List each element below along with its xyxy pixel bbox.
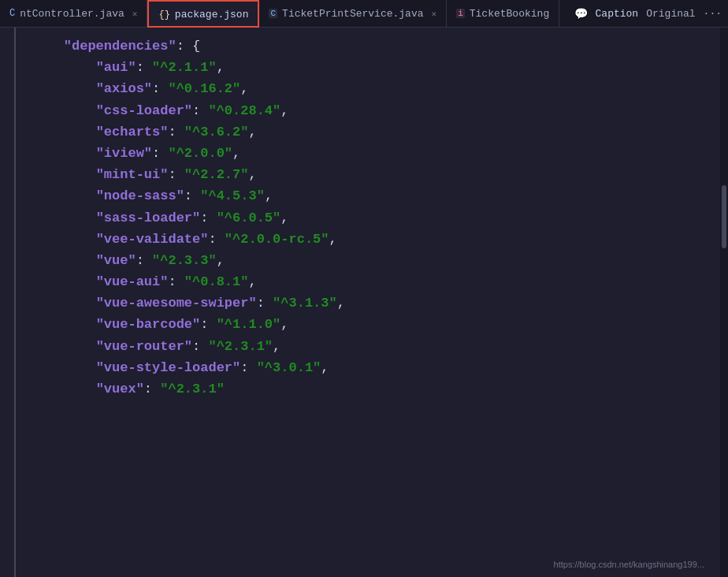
indent-11 <box>32 250 96 271</box>
indent-12 <box>32 271 96 292</box>
indent-1 <box>32 35 64 57</box>
colon-14: : <box>200 314 216 335</box>
indent-5 <box>32 121 96 143</box>
original-label[interactable]: Original <box>646 8 695 20</box>
indent-13 <box>32 292 96 314</box>
code-line-8: "node-sass" : "^4.5.3" , <box>32 185 720 207</box>
indent-15 <box>32 336 96 357</box>
java-icon-1: C <box>9 8 15 19</box>
tab-label-3: TicketPrintService.java <box>282 8 423 20</box>
value-vee-validate: "^2.0.0-rc.5" <box>225 229 329 250</box>
indent-17 <box>32 378 96 400</box>
indent-16 <box>32 357 96 378</box>
comma-13: , <box>337 292 345 314</box>
indent-6 <box>32 143 96 164</box>
chat-icon[interactable]: 💬 <box>574 7 588 20</box>
key-iview: "iview" <box>96 143 152 164</box>
key-vue-style-loader: "vue-style-loader" <box>96 357 241 378</box>
close-icon-3[interactable]: ✕ <box>432 9 437 19</box>
code-line-13: "vue-awesome-swiper" : "^3.1.3" , <box>32 292 720 314</box>
colon-17: : <box>144 378 160 400</box>
code-line-2: "aui" : "^2.1.1" , <box>32 57 720 78</box>
comma-14: , <box>280 314 288 335</box>
comma-12: , <box>248 271 256 292</box>
brace-open: { <box>192 35 200 57</box>
value-vue-router: "^2.3.1" <box>208 336 273 357</box>
code-line-16: "vue-style-loader" : "^3.0.1" , <box>32 357 720 378</box>
key-mint-ui: "mint-ui" <box>96 164 169 185</box>
indent-7 <box>32 164 96 185</box>
comma-16: , <box>321 357 329 378</box>
key-vue-awesome-swiper: "vue-awesome-swiper" <box>96 292 257 314</box>
scrollbar[interactable] <box>720 28 728 577</box>
key-css-loader: "css-loader" <box>96 100 192 121</box>
editor-gutter <box>0 28 16 577</box>
comma-9: , <box>280 207 288 229</box>
key-echarts: "echarts" <box>96 121 169 143</box>
colon-6: : <box>152 143 168 164</box>
key-node-sass: "node-sass" <box>96 185 184 207</box>
key-sass-loader: "sass-loader" <box>96 207 201 229</box>
tab-label-1: ntController.java <box>20 8 124 20</box>
code-line-3: "axios" : "^0.16.2" , <box>32 78 720 99</box>
comma-10: , <box>329 229 336 250</box>
caption-label[interactable]: Caption <box>596 8 639 20</box>
indent-14 <box>32 314 96 335</box>
key-aui: "aui" <box>96 57 136 78</box>
colon-12: : <box>168 271 184 292</box>
scrollbar-thumb[interactable] <box>722 185 726 248</box>
colon-9: : <box>200 207 216 229</box>
value-iview: "^2.0.0" <box>168 143 232 164</box>
code-line-7: "mint-ui" : "^2.2.7" , <box>32 164 720 185</box>
java-icon-4: i <box>456 9 465 18</box>
colon-2: : <box>136 57 152 78</box>
editor-area: "dependencies" : { "aui" : "^2.1.1" , "a… <box>0 28 728 577</box>
value-echarts: "^3.6.2" <box>184 121 249 143</box>
code-line-5: "echarts" : "^3.6.2" , <box>32 121 720 143</box>
key-dependencies: "dependencies" <box>64 35 176 57</box>
code-line-15: "vue-router" : "^2.3.1" , <box>32 336 720 357</box>
colon-16: : <box>240 357 256 378</box>
code-line-14: "vue-barcode" : "^1.1.0" , <box>32 314 720 335</box>
indent-8 <box>32 185 96 207</box>
indent-4 <box>32 100 96 121</box>
code-line-12: "vue-aui" : "^0.8.1" , <box>32 271 720 292</box>
value-vue-awesome-swiper: "^3.1.3" <box>273 292 337 314</box>
comma-7: , <box>248 164 256 185</box>
key-vue-router: "vue-router" <box>96 336 192 357</box>
tab-ticketprintservice[interactable]: C TicketPrintService.java ✕ <box>259 0 447 28</box>
tab-label-2: package.json <box>175 9 249 20</box>
value-css-loader: "^0.28.4" <box>208 100 280 121</box>
comma-2: , <box>217 57 225 78</box>
more-icon[interactable]: ··· <box>704 8 722 20</box>
code-line-17: "vuex" : "^2.3.1" <box>32 378 720 400</box>
value-axios: "^0.16.2" <box>168 78 240 99</box>
key-axios: "axios" <box>96 78 152 99</box>
indent-3 <box>32 78 96 99</box>
close-icon-1[interactable]: ✕ <box>132 9 138 19</box>
value-vue-aui: "^0.8.1" <box>184 271 249 292</box>
code-line-11: "vue" : "^2.3.3" , <box>32 250 720 271</box>
tab-actions: 💬 Caption Original ··· <box>574 7 728 20</box>
comma-8: , <box>265 185 273 207</box>
colon-7: : <box>168 164 184 185</box>
value-vuex: "^2.3.1" <box>160 378 225 400</box>
comma-4: , <box>280 100 288 121</box>
tab-ticketbooking[interactable]: i TicketBooking <box>447 0 559 28</box>
java-icon-3: C <box>269 9 277 18</box>
tab-label-4: TicketBooking <box>470 8 549 20</box>
value-vue: "^2.3.3" <box>152 250 217 271</box>
tab-ntcontroller[interactable]: C ntController.java ✕ <box>0 0 147 28</box>
comma-15: , <box>273 336 280 357</box>
tab-package-json[interactable]: {} package.json <box>147 0 259 28</box>
colon-8: : <box>184 185 200 207</box>
tab-bar: C ntController.java ✕ {} package.json C … <box>0 0 728 28</box>
value-aui: "^2.1.1" <box>152 57 217 78</box>
code-line-9: "sass-loader" : "^6.0.5" , <box>32 207 720 229</box>
code-line-6: "iview" : "^2.0.0" , <box>32 143 720 164</box>
code-content: "dependencies" : { "aui" : "^2.1.1" , "a… <box>16 28 720 577</box>
code-line-10: "vee-validate" : "^2.0.0-rc.5" , <box>32 229 720 250</box>
indent-9 <box>32 207 96 229</box>
colon-11: : <box>136 250 152 271</box>
colon-10: : <box>208 229 224 250</box>
